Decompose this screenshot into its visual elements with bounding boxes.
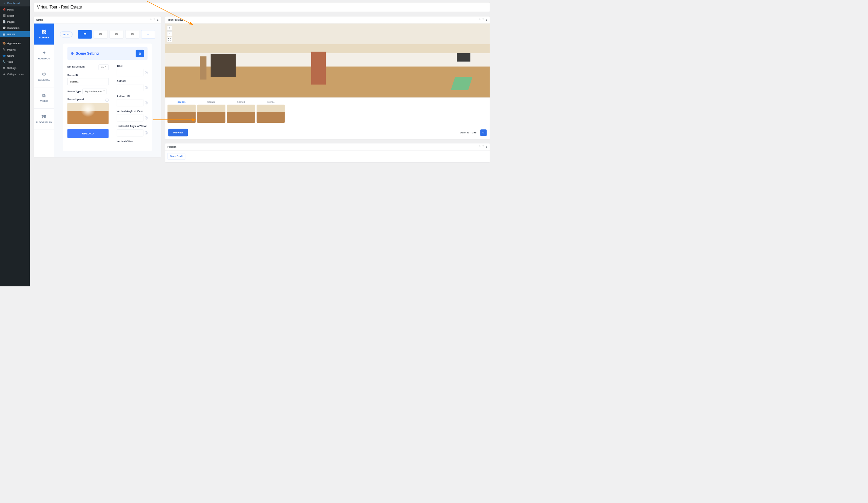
panorama-viewer[interactable]: + − ⛶ — [165, 23, 490, 98]
sidebar-item-dashboard[interactable]: ⌖Dashboard — [0, 0, 30, 7]
info-icon[interactable]: i — [105, 98, 108, 101]
info-icon[interactable]: i — [145, 71, 147, 74]
vtab-hotspot[interactable]: ✦HOTSPOT — [34, 45, 54, 66]
post-title-input[interactable] — [34, 2, 490, 12]
panel-up-icon[interactable]: ˄ — [150, 18, 152, 21]
tour-preview-panel: Tour Preview ˄ ˅ ▴ — [165, 16, 490, 139]
scene-tab-3[interactable]: 🖼 — [110, 30, 123, 39]
fullscreen-button[interactable]: ⛶ — [167, 37, 172, 42]
scene-card-scene3[interactable]: Scene3 — [227, 101, 255, 123]
sidebar-item-tools[interactable]: 🔧Tools — [0, 59, 30, 65]
collapse-label: Collapse menu — [8, 73, 24, 76]
vtab-video[interactable]: ⧉VIDEO — [34, 87, 54, 109]
panel-toggle-icon[interactable]: ▴ — [486, 18, 488, 21]
panel-down-icon[interactable]: ˅ — [153, 18, 155, 21]
scene-upload-label: Scene Upload: — [68, 98, 85, 101]
scene-type-select[interactable]: Equirectangular ˅ — [83, 89, 107, 94]
collapse-menu[interactable]: ◀ Collapse menu — [0, 71, 30, 77]
vertical-offset-label: Vertical Offset: — [117, 140, 134, 143]
scene-card-scene4[interactable]: Scene4 — [257, 101, 285, 123]
sidebar-item-wp-vr[interactable]: ▣WP VR — [0, 31, 30, 37]
panel-up-icon[interactable]: ˄ — [479, 18, 481, 21]
trash-icon: 🗑 — [139, 52, 141, 55]
preview-button[interactable]: Preview — [168, 129, 188, 137]
vtab-scenes[interactable]: 🖼SCENES — [34, 23, 54, 45]
author-label: Author: — [117, 79, 126, 82]
sidebar-item-posts[interactable]: 📌Posts — [0, 7, 30, 12]
tab-icon: 🗺 — [35, 114, 53, 120]
delete-scene-button[interactable]: 🗑 — [136, 50, 144, 57]
scene-tab-1[interactable]: 🖼 — [78, 30, 92, 39]
menu-icon: 🖼 — [2, 14, 6, 17]
upload-button[interactable]: UPLOAD — [68, 129, 109, 138]
vertical-angle-input[interactable] — [117, 114, 143, 121]
zoom-in-button[interactable]: + — [167, 26, 172, 31]
scene-tab-4[interactable]: 🖼 — [125, 30, 140, 39]
copy-shortcode-button[interactable]: ⧉ — [480, 129, 487, 136]
sidebar-item-comments[interactable]: 💬Comments — [0, 25, 30, 31]
sidebar-item-appearance[interactable]: 🎨Appearance — [0, 40, 30, 46]
menu-icon: 🔌 — [2, 48, 6, 51]
info-icon[interactable]: i — [145, 116, 147, 119]
sidebar-item-media[interactable]: 🖼Media — [0, 12, 30, 19]
menu-icon: ▣ — [2, 33, 6, 36]
setup-panel: Setup ˄ ˅ ▴ 🖼SCENES✦HOTSPOT⚙GENERAL⧉VIDE… — [34, 16, 162, 157]
info-icon[interactable]: i — [145, 101, 147, 104]
menu-icon: 📌 — [2, 8, 6, 11]
plus-icon: ＋ — [147, 33, 149, 36]
gear-icon: ⚙ — [71, 51, 74, 56]
sidebar-item-settings[interactable]: ⚙Settings — [0, 65, 30, 71]
scene-id-label: Scene ID: — [68, 74, 79, 77]
vtab-general[interactable]: ⚙GENERAL — [34, 66, 54, 88]
vtab-floor-plan[interactable]: 🗺FLOOR PLAN — [34, 109, 54, 130]
scene-thumbnail-strip: Scene1Scene2Scene3Scene4 — [165, 98, 490, 126]
sidebar-item-plugins[interactable]: 🔌Plugins — [0, 47, 30, 53]
panel-toggle-icon[interactable]: ▴ — [486, 145, 488, 148]
image-icon: 🖼 — [99, 33, 102, 36]
scene-type-label: Scene Type: — [68, 90, 82, 93]
info-icon[interactable]: i — [145, 86, 147, 89]
setup-title: Setup — [36, 18, 43, 21]
shortcode-text: [wpvr id="156"] — [460, 131, 478, 134]
scene-tabs: WP VR 🖼 🖼 🖼 🖼 ＋ — [54, 23, 161, 43]
panel-up-icon[interactable]: ˄ — [479, 145, 481, 148]
wpvr-logo: WP VR — [60, 31, 73, 37]
scene-tab-2[interactable]: 🖼 — [94, 30, 108, 39]
image-icon: 🖼 — [131, 33, 134, 36]
tab-icon: 🖼 — [35, 29, 53, 34]
wp-admin-sidebar: ⌖Dashboard📌Posts🖼Media📄Pages💬Comments▣WP… — [0, 0, 30, 286]
author-input[interactable] — [117, 84, 143, 91]
add-scene-tab[interactable]: ＋ — [141, 30, 155, 39]
scene-upload-thumbnail[interactable] — [68, 103, 109, 124]
zoom-out-button[interactable]: − — [167, 31, 172, 36]
menu-icon: 📄 — [2, 20, 6, 23]
scene-id-input[interactable] — [68, 78, 109, 85]
scene-card-scene1[interactable]: Scene1 — [167, 101, 196, 123]
panel-down-icon[interactable]: ˅ — [482, 18, 484, 21]
scene-setting-title: Scene Setting — [76, 52, 99, 56]
set-default-select[interactable]: No ˅ — [99, 64, 108, 70]
tab-icon: ⚙ — [35, 72, 53, 77]
copy-icon: ⧉ — [483, 131, 484, 134]
horizontal-angle-input[interactable] — [117, 129, 143, 137]
set-default-label: Set as Default: — [68, 65, 85, 68]
tab-icon: ✦ — [35, 51, 53, 56]
author-url-input[interactable] — [117, 99, 143, 106]
menu-icon: 💬 — [2, 27, 6, 30]
sidebar-item-pages[interactable]: 📄Pages — [0, 19, 30, 25]
scene-card-scene2[interactable]: Scene2 — [197, 101, 226, 123]
panel-down-icon[interactable]: ˅ — [482, 145, 484, 148]
menu-icon: 👥 — [2, 54, 6, 57]
horizontal-angle-label: Horizontal Angle of View: — [117, 125, 147, 128]
chevron-down-icon: ˅ — [105, 66, 106, 69]
save-draft-button[interactable]: Save Draft — [167, 153, 185, 160]
sidebar-item-users[interactable]: 👥Users — [0, 53, 30, 59]
scene-title-input[interactable] — [117, 69, 143, 76]
collapse-icon: ◀ — [2, 73, 6, 76]
title-label: Title: — [117, 64, 123, 68]
preview-title: Tour Preview — [167, 18, 183, 21]
info-icon[interactable]: i — [145, 131, 147, 134]
publish-title: Publish — [167, 145, 177, 148]
chevron-down-icon: ˅ — [103, 90, 105, 93]
panel-toggle-icon[interactable]: ▴ — [156, 18, 158, 21]
